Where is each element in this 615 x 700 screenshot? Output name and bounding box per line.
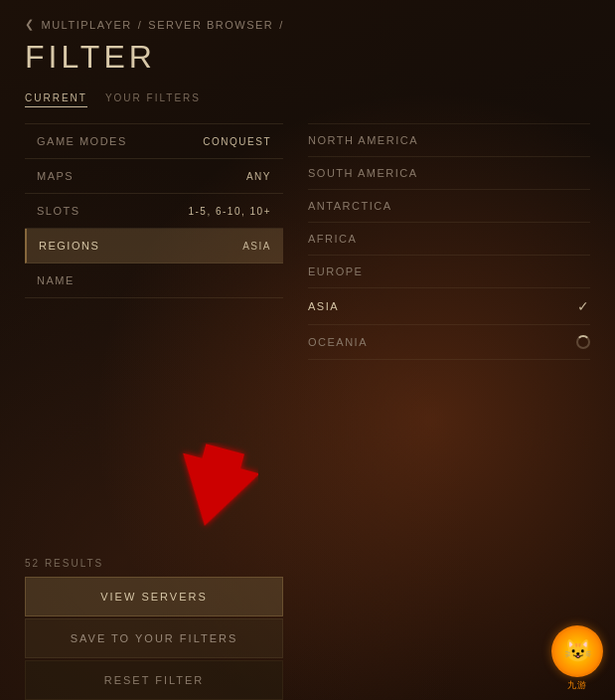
breadcrumb-server-browser[interactable]: SERVER BROWSER: [148, 19, 273, 31]
breadcrumb-multiplayer[interactable]: MULTIPLAYER: [42, 19, 132, 31]
region-north-america-label: NORTH AMERICA: [308, 134, 418, 146]
svg-marker-0: [169, 442, 258, 536]
region-asia-label: ASIA: [308, 300, 339, 312]
red-arrow-svg: [169, 442, 258, 542]
right-panel: NORTH AMERICA SOUTH AMERICA ANTARCTICA A…: [283, 123, 590, 360]
page-title: FILTER: [25, 39, 590, 76]
filter-name-label: NAME: [37, 274, 75, 286]
filter-maps-value: Any: [246, 171, 271, 182]
filter-maps[interactable]: MAPS Any: [25, 159, 283, 194]
left-panel: GAME MODES CONQUEST MAPS Any SLOTS 1-5, …: [25, 123, 283, 360]
region-south-america-label: SOUTH AMERICA: [308, 167, 418, 179]
region-south-america[interactable]: SOUTH AMERICA: [308, 157, 590, 190]
tab-your-filters[interactable]: YOUR FILTERS: [105, 89, 201, 107]
logo-area: 😺 九游: [551, 625, 603, 692]
region-europe[interactable]: EUROPE: [308, 256, 590, 288]
filter-regions-value: Asia: [242, 241, 271, 252]
filter-game-modes-label: GAME MODES: [37, 135, 127, 147]
filter-slots-value: 1-5, 6-10, 10+: [188, 206, 271, 217]
filter-game-modes-value: CONQUEST: [203, 136, 271, 147]
filter-tabs: CURRENT YOUR FILTERS: [25, 89, 590, 107]
loading-spinner: [576, 335, 590, 349]
filter-maps-label: MAPS: [37, 170, 74, 182]
filter-slots-label: SLOTS: [37, 205, 80, 217]
region-europe-label: EUROPE: [308, 265, 363, 277]
arrow-indicator: [169, 442, 258, 546]
breadcrumb-sep1: /: [138, 19, 143, 31]
filter-regions[interactable]: REGIONS Asia: [25, 229, 283, 263]
checkmark-icon: ✓: [577, 298, 591, 314]
region-north-america[interactable]: NORTH AMERICA: [308, 123, 590, 157]
breadcrumb-sep2: /: [279, 19, 284, 31]
filter-game-modes[interactable]: GAME MODES CONQUEST: [25, 123, 283, 159]
region-africa[interactable]: AFRICA: [308, 223, 590, 256]
logo-text: 九游: [551, 679, 603, 692]
filter-name[interactable]: NAME: [25, 263, 283, 298]
breadcrumb: ❮ MULTIPLAYER / SERVER BROWSER /: [25, 18, 590, 31]
back-arrow-icon[interactable]: ❮: [25, 18, 36, 31]
logo-emoji: 😺: [564, 638, 591, 664]
region-antarctica-label: ANTARCTICA: [308, 200, 391, 212]
region-antarctica[interactable]: ANTARCTICA: [308, 190, 590, 223]
region-oceania[interactable]: OCEANIA: [308, 325, 590, 360]
filter-regions-label: REGIONS: [39, 240, 99, 252]
filter-slots[interactable]: SLOTS 1-5, 6-10, 10+: [25, 194, 283, 229]
region-asia[interactable]: ASIA ✓: [308, 288, 590, 325]
jiuyou-logo: 😺: [551, 625, 603, 677]
region-oceania-label: OCEANIA: [308, 336, 368, 348]
tab-current[interactable]: CURRENT: [25, 89, 87, 107]
region-africa-label: AFRICA: [308, 233, 357, 245]
filter-body: GAME MODES CONQUEST MAPS Any SLOTS 1-5, …: [25, 123, 590, 360]
